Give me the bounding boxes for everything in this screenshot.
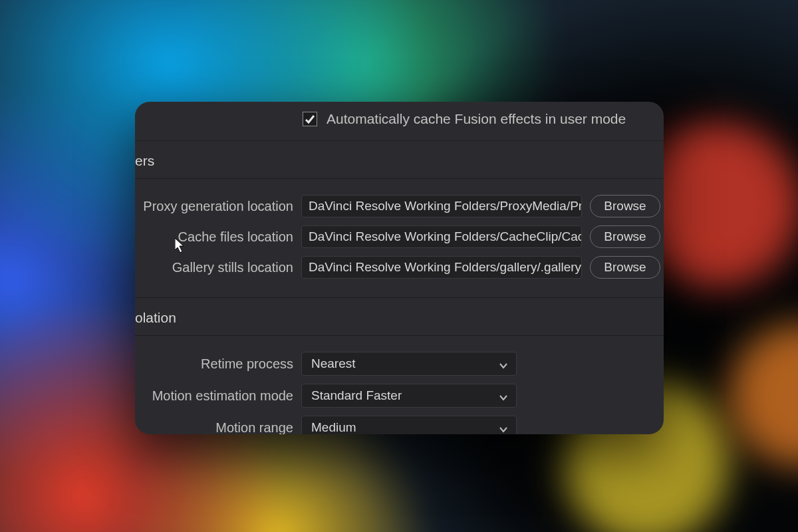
frame-interpolation-heading: olation [135,298,664,336]
cache-files-location-browse-button[interactable]: Browse [590,225,660,248]
motion-range-label: Motion range [135,420,293,435]
auto-cache-fusion-label: Automatically cache Fusion effects in us… [327,111,626,127]
gallery-stills-location-browse-button[interactable]: Browse [590,256,660,279]
motion-estimation-label: Motion estimation mode [135,388,293,404]
auto-cache-fusion-checkbox[interactable] [303,112,317,126]
motion-range-value: Medium [311,420,356,434]
project-settings-panel: Automatically cache Fusion effects in us… [135,102,664,434]
proxy-location-label: Proxy generation location [135,199,293,214]
chevron-down-icon [499,423,508,432]
cache-files-location-label: Cache files location [135,229,293,245]
check-icon [305,114,315,124]
motion-estimation-value: Standard Faster [311,388,402,403]
cache-files-location-input[interactable]: DaVinci Resolve Working Folders/CacheCli… [301,225,582,248]
chevron-down-icon [499,359,508,368]
retime-process-select[interactable]: Nearest [301,352,517,376]
retime-process-value: Nearest [311,356,356,371]
working-folders-heading: ers [135,141,664,179]
retime-process-label: Retime process [135,356,293,372]
gallery-stills-location-input[interactable]: DaVinci Resolve Working Folders/gallery/… [301,256,582,279]
motion-range-select[interactable]: Medium [301,416,517,434]
wallpaper-accent [730,323,798,467]
proxy-location-input[interactable]: DaVinci Resolve Working Folders/ProxyMed… [301,195,582,217]
chevron-down-icon [499,391,508,400]
proxy-location-browse-button[interactable]: Browse [590,195,660,217]
motion-estimation-select[interactable]: Standard Faster [301,384,517,408]
gallery-stills-location-label: Gallery stills location [135,260,293,275]
